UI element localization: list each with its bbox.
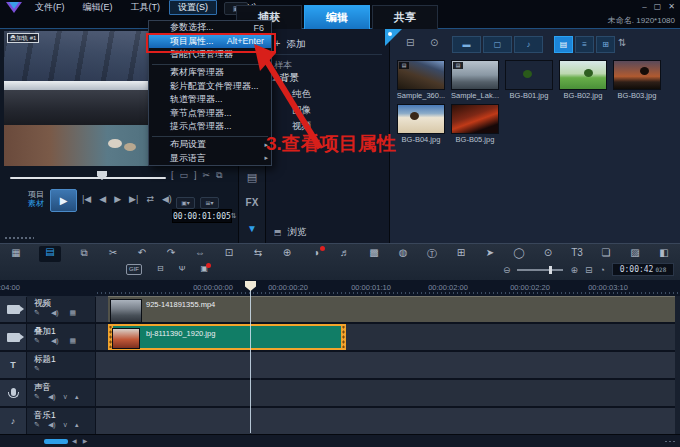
library-item[interactable]: BG-B01.jpg [504, 60, 554, 100]
browse-button[interactable]: ⬒浏览 [274, 226, 307, 239]
fx-button[interactable]: FX [239, 197, 265, 208]
preview-range-icon[interactable]: ⊡ [223, 247, 235, 261]
undo-icon[interactable]: ↶ [136, 247, 148, 261]
screen-capture-icon[interactable]: ⊟ [157, 264, 164, 275]
menu-item[interactable]: 轨道管理器... [149, 93, 271, 107]
maximize-button[interactable]: ▢ [654, 2, 662, 11]
mask-creator-icon[interactable]: ▩ [368, 247, 380, 261]
close-button[interactable]: ✕ [668, 2, 675, 11]
gear-icon[interactable]: ⊙ [430, 37, 438, 48]
view-grid-icon[interactable]: ⊞ [596, 36, 615, 53]
mute-icon[interactable]: ◀) [51, 309, 59, 317]
menu-item[interactable]: 素材库管理器 [149, 66, 271, 80]
timeline-hscroll-thumb[interactable] [44, 439, 68, 444]
library-item[interactable]: BG-B05.jpg [450, 104, 500, 144]
samples-section-label[interactable]: 样本 [274, 59, 292, 72]
project-mode-toggle[interactable]: 项目 [16, 190, 44, 199]
mark-in-icon[interactable]: [ [171, 170, 174, 181]
menubar-item[interactable]: 文件(F) [26, 0, 74, 15]
expand-arrow-icon[interactable]: ◢ [272, 75, 277, 81]
instant-project-icon[interactable]: ▤ [239, 171, 265, 184]
menu-item[interactable]: 提示点管理器... [149, 120, 271, 134]
voice-track[interactable] [96, 380, 680, 406]
filter-video-icon[interactable]: ▬ [452, 36, 481, 53]
library-item[interactable]: BG-B03.jpg [612, 60, 662, 100]
color-grading-icon[interactable]: ◑ [310, 247, 322, 261]
zoom-in-icon[interactable]: ⊕ [570, 265, 578, 275]
voice-record-icon[interactable]: Ψ [179, 264, 186, 275]
menu-item[interactable]: 章节点管理器... [149, 107, 271, 121]
volume-icon[interactable]: ◀) [162, 194, 172, 204]
timeline-view-icon[interactable]: ▤ [39, 246, 61, 262]
ripple-edit-icon[interactable]: ✎ [34, 309, 40, 317]
sort-icon[interactable]: ⇅ [618, 37, 626, 48]
mute-icon[interactable]: ◀) [51, 337, 59, 345]
scrubber-bar[interactable] [10, 177, 166, 179]
track-transparency-icon[interactable]: ▦ [70, 337, 77, 345]
prev-frame-icon[interactable]: ◀ [99, 194, 106, 204]
draw-icon[interactable]: ▨ [629, 247, 641, 261]
timeline-clip-overlay-selected[interactable]: bj-8111390_1920.jpg [108, 324, 346, 350]
workspace-tab[interactable]: 共享 [372, 5, 438, 30]
split-scissors-icon[interactable]: ✂ [203, 170, 211, 181]
title-3d-icon[interactable]: T3 [571, 247, 583, 261]
timecode-spinner[interactable]: ⇅ [231, 212, 238, 220]
track-transparency-icon[interactable]: ▦ [70, 309, 77, 317]
workspace-tab[interactable]: 编辑 [304, 5, 370, 30]
ripple-edit-icon[interactable]: ✎ [34, 421, 40, 429]
filter-photo-icon[interactable]: ▢ [483, 36, 512, 53]
timeline-ruler[interactable]: 00:00:00:0000:00:00:2000:00:01:1000:00:0… [0, 280, 680, 297]
menubar-item[interactable]: 工具(T) [122, 0, 170, 15]
end-icon[interactable]: ▶| [129, 194, 138, 204]
copy-clip-icon[interactable]: ⧉ [216, 170, 222, 181]
title-track[interactable] [96, 352, 680, 378]
pin-corner-icon[interactable] [385, 29, 402, 46]
menubar-item[interactable]: 编辑(E) [74, 0, 122, 15]
enlarge-preview-button[interactable]: ⊞▾ [200, 197, 219, 209]
gif-button[interactable]: GIF [126, 264, 142, 275]
menu-item[interactable]: 影片配置文件管理器... [149, 79, 271, 93]
panel-splitter[interactable] [4, 237, 34, 239]
split-icon[interactable]: ⇆ [252, 247, 264, 261]
music-track-button[interactable]: ♪ [0, 408, 26, 434]
clock-icon[interactable]: ◔ [600, 265, 605, 275]
tools-icon[interactable]: ✂ [107, 247, 119, 261]
capture-frame-button[interactable]: ▣▾ [176, 197, 195, 209]
video-360-icon[interactable]: ⊙ [542, 247, 554, 261]
fit-project-icon[interactable]: ⇔ [194, 247, 206, 261]
library-item[interactable]: ▤ Sample_Lak... [450, 60, 500, 100]
import-media-icon[interactable]: ⊟ [406, 37, 414, 48]
voice-track-button[interactable] [0, 380, 26, 406]
filter-audio-icon[interactable]: ♪ [514, 36, 543, 53]
timeline-vertical-scrollbar[interactable] [675, 296, 680, 434]
overlay-track-button[interactable] [0, 324, 26, 350]
layers-icon[interactable]: ❏ [600, 247, 612, 261]
menubar-item[interactable]: 设置(S) [169, 0, 217, 15]
split-screen-icon[interactable]: ⊞ [455, 247, 467, 261]
fade-out-icon[interactable]: ▴ [75, 421, 79, 429]
library-item[interactable]: BG-B02.jpg [558, 60, 608, 100]
menu-item[interactable]: 显示语言 ▸ [149, 151, 271, 165]
ripple-edit-icon[interactable]: ✎ [34, 393, 40, 401]
view-thumbnail-icon[interactable]: ▤ [554, 36, 573, 53]
clip-mode-toggle[interactable]: 素材 [16, 199, 44, 208]
ripple-insert-icon[interactable]: ⊕ [281, 247, 293, 261]
library-item[interactable]: ▤ Sample_360... [396, 60, 446, 100]
tree-child-item[interactable]: 纯色 [292, 86, 311, 102]
pan-zoom-icon[interactable]: ◯ [513, 247, 525, 261]
copy-icon[interactable]: ⧉ [78, 247, 90, 261]
title-track-button[interactable]: T [0, 352, 26, 378]
video-track-button[interactable] [0, 296, 26, 322]
subtitle-editor-icon[interactable]: Ⓣ [426, 247, 438, 261]
scroll-right-icon[interactable]: ▶ [83, 437, 88, 444]
zoom-out-icon[interactable]: ⊖ [503, 265, 511, 275]
scroll-left-icon[interactable]: ◀ [72, 437, 77, 444]
menu-item[interactable]: 智能代理管理器 ▸ [149, 48, 271, 62]
fade-in-icon[interactable]: v [64, 421, 68, 429]
trim-handle-right[interactable] [341, 326, 346, 348]
resize-grip[interactable] [664, 439, 676, 444]
menu-item[interactable]: 布局设置 ▸ [149, 138, 271, 152]
redo-icon[interactable]: ↷ [165, 247, 177, 261]
mark-out-icon[interactable]: ] [194, 170, 197, 181]
menu-item[interactable]: 项目属性... Alt+Enter [149, 35, 271, 49]
